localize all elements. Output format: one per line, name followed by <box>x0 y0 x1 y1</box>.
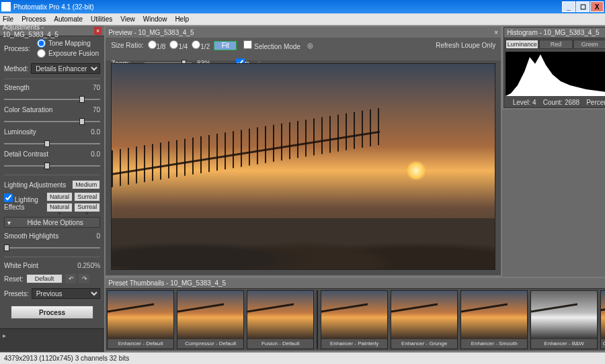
hist-percentile: Percentile: 0.88 <box>586 99 605 106</box>
preset-thumbnails-panel: Preset Thumbnails - 10_MG_5383_4_5× Enha… <box>106 278 605 351</box>
preview-image[interactable] <box>111 63 495 270</box>
size-ratio-label: Size Ratio: <box>111 42 143 49</box>
smooth-label: Smooth Highlights <box>4 232 58 240</box>
hist-count: Count: 2688 <box>543 99 580 106</box>
preview-toolbar: Size Ratio: 1/8 1/4 1/2 Fit Selection Mo… <box>106 38 501 60</box>
menu-process[interactable]: Process <box>22 15 46 23</box>
redo-button[interactable]: ↷ <box>79 274 89 283</box>
preset-thumb[interactable]: Enhancer - Painterly <box>321 290 388 349</box>
preset-thumb[interactable]: Compressor - I <box>600 290 605 349</box>
luminosity-value: 0.0 <box>77 128 100 136</box>
hist-level: Level: 4 <box>513 99 536 106</box>
app-icon <box>1 2 11 11</box>
adjustments-close-icon[interactable]: × <box>94 27 102 35</box>
hist-tab-red[interactable]: Red <box>539 40 572 49</box>
lighting-medium-button[interactable]: Medium <box>72 180 100 189</box>
radio-tone-mapping[interactable]: Tone Mapping <box>37 39 99 48</box>
presets-label: Presets: <box>4 290 29 298</box>
luminosity-label: Luminosity <box>4 128 36 136</box>
method-label: Method: <box>4 65 28 73</box>
preview-panel: Preview - 10_MG_5383_4_5 × Size Ratio: 1… <box>106 27 501 275</box>
detail-value: 0.0 <box>77 150 100 158</box>
menu-view[interactable]: View <box>120 15 135 23</box>
method-select[interactable]: Details Enhancer <box>31 63 100 74</box>
preset-title: Preset Thumbnails - 10_MG_5383_4_5 <box>108 279 226 287</box>
menu-automate[interactable]: Automate <box>54 15 83 23</box>
histogram-panel: Histogram - 10_MG_5383_4_5× Luminance Re… <box>503 27 605 108</box>
histogram-graph <box>506 52 605 96</box>
close-button[interactable]: X <box>590 1 604 12</box>
histogram-title: Histogram - 10_MG_5383_4_5 <box>507 29 599 36</box>
radio-exposure-fusion[interactable]: Exposure Fusion <box>37 49 99 58</box>
ratio-18[interactable]: 1/8 <box>148 40 166 50</box>
hist-tab-green[interactable]: Green <box>573 40 605 49</box>
whitepoint-value: 0.250% <box>71 262 100 269</box>
reset-label: Reset: <box>4 275 24 283</box>
triangle-icon: ▸ <box>3 332 6 339</box>
process-label: Process: <box>4 45 30 52</box>
hist-tab-luminance[interactable]: Luminance <box>506 40 538 49</box>
luminosity-slider[interactable] <box>4 140 100 148</box>
lighting-natural-button[interactable]: Natural <box>46 192 73 201</box>
titlebar: Photomatix Pro 4.1 (32-bit) _ ☐ X <box>0 0 605 13</box>
workspace-background <box>502 109 605 277</box>
ratio-14[interactable]: 1/4 <box>169 40 188 50</box>
menu-utilities[interactable]: Utilities <box>91 15 112 23</box>
ratio-12[interactable]: 1/2 <box>192 40 210 50</box>
process-button[interactable]: Process <box>11 306 93 319</box>
smooth-value: 0 <box>77 232 100 240</box>
detail-label: Detail Contrast <box>4 150 48 158</box>
adjustments-panel: Adjustments - 10_MG_5383_4_5 × Process: … <box>0 26 104 352</box>
lighting-surreal-button[interactable]: Surreal <box>74 192 100 201</box>
colorsat-value: 70 <box>77 106 100 113</box>
whitepoint-label: White Point <box>4 262 38 269</box>
preset-thumb[interactable]: Enhancer - Smooth <box>460 290 528 349</box>
sidebar-strip: ▸ <box>0 328 104 352</box>
selection-mode-checkbox[interactable]: Selection Mode <box>243 40 300 50</box>
colorsat-slider[interactable] <box>4 118 100 126</box>
adjustments-title: Adjustments - 10_MG_5383_4_5 × <box>0 26 104 36</box>
app-title: Photomatix Pro 4.1 (32-bit) <box>13 3 94 11</box>
statusbar: 4379x2913 (1120x745) 3 channels 32 bits <box>0 352 605 364</box>
lighting-effects-checkbox[interactable]: Lighting Effects <box>4 193 44 211</box>
menu-window[interactable]: Window <box>143 15 167 23</box>
preset-thumb[interactable]: Enhancer - B&W <box>530 290 598 349</box>
refresh-loupe-label[interactable]: Refresh Loupe Only <box>436 42 495 49</box>
lighting-naturalplus-button[interactable]: Natural + <box>46 203 73 212</box>
smooth-slider[interactable] <box>4 244 100 252</box>
preview-close-icon[interactable]: × <box>494 29 498 36</box>
preset-row[interactable]: Enhancer - Default Compressor - Default … <box>106 289 605 351</box>
chevron-down-icon: ▾ <box>7 219 11 226</box>
strength-value: 70 <box>77 84 100 91</box>
presets-select[interactable]: Previous <box>32 288 100 299</box>
lighting-surrealplus-button[interactable]: Surreal + <box>74 203 100 212</box>
menu-file[interactable]: File <box>3 15 13 23</box>
lighting-adjustments-label: Lighting Adjustments <box>4 181 66 189</box>
maximize-button[interactable]: ☐ <box>576 1 590 12</box>
strength-slider[interactable] <box>4 95 100 103</box>
preset-thumb[interactable]: Fusion - Default <box>247 290 314 349</box>
target-icon[interactable]: ◎ <box>307 42 313 49</box>
fit-button[interactable]: Fit <box>214 41 237 50</box>
colorsat-label: Color Saturation <box>4 106 52 113</box>
preset-thumb[interactable]: Compressor - Default <box>177 290 244 349</box>
preset-thumb[interactable]: Enhancer - Grunge <box>391 290 458 349</box>
preset-thumb[interactable]: Enhancer - Default <box>107 290 174 349</box>
strength-label: Strength <box>4 84 30 91</box>
status-text: 4379x2913 (1120x745) 3 channels 32 bits <box>4 355 129 362</box>
reset-default-button[interactable]: Default <box>26 274 63 283</box>
menu-help[interactable]: Help <box>175 15 189 23</box>
preview-title: Preview - 10_MG_5383_4_5 × <box>106 27 501 38</box>
undo-button[interactable]: ↶ <box>65 274 76 283</box>
detail-slider[interactable] <box>4 162 100 170</box>
minimize-button[interactable]: _ <box>562 1 575 12</box>
hide-more-options-button[interactable]: ▾Hide More Options <box>4 217 100 228</box>
